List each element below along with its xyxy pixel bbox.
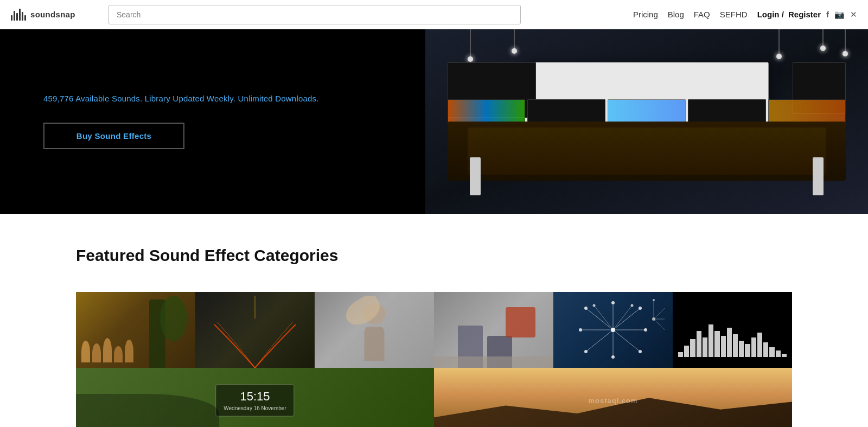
phone-time: 15:15: [224, 390, 286, 404]
svg-line-19: [594, 305, 613, 330]
logo-text: soundsnap: [30, 10, 75, 19]
hero-section: 459,776 Available Sounds. Library Update…: [0, 29, 868, 214]
svg-point-10: [639, 307, 642, 310]
studio-console: [468, 128, 826, 175]
svg-point-16: [584, 307, 588, 310]
category-people[interactable]: People & Crowds: [76, 292, 195, 368]
nav-faq[interactable]: FAQ: [694, 10, 710, 19]
nav-blog[interactable]: Blog: [668, 10, 684, 19]
categories-section: Featured Sound Effect Categories People …: [0, 214, 868, 427]
category-phone[interactable]: 15:15 Wednesday 16 November Phone & Noti…: [76, 368, 434, 427]
svg-line-17: [613, 305, 632, 330]
floor-lamp-left: [470, 157, 481, 195]
svg-line-23: [654, 308, 665, 319]
hero-left: 459,776 Available Sounds. Library Update…: [0, 29, 425, 214]
phone-date: Wednesday 16 November: [224, 405, 286, 411]
svg-line-25: [654, 319, 665, 330]
category-waveform[interactable]: Waveforms: [673, 292, 792, 368]
svg-line-8: [586, 308, 613, 330]
svg-point-9: [611, 301, 615, 304]
svg-point-18: [631, 304, 634, 307]
category-traffic[interactable]: Traffic & Cars: [195, 292, 315, 368]
bar1: [11, 15, 12, 21]
svg-point-20: [593, 304, 596, 307]
register-label[interactable]: Register: [788, 10, 821, 19]
instagram-icon[interactable]: 📷: [834, 10, 845, 20]
traffic-center-line: [254, 296, 256, 318]
search-bar: [108, 5, 521, 24]
login-label[interactable]: Login /: [757, 10, 784, 19]
bar2: [14, 11, 15, 21]
hanging-light-3: [778, 29, 780, 59]
bar5: [22, 12, 23, 21]
buy-sound-effects-button[interactable]: Buy Sound Effects: [43, 123, 184, 149]
logo[interactable]: soundsnap: [11, 9, 98, 21]
categories-grid-row1: People & Crowds Traffic & Cars: [0, 292, 868, 368]
hero-subtitle: 459,776 Available Sounds. Library Update…: [43, 94, 382, 103]
nav-social: f 📷 ✕: [826, 10, 857, 20]
hero-right: [425, 29, 868, 214]
nav-links: Pricing Blog FAQ SEFHD Login / Register: [633, 10, 821, 19]
nav-login-register[interactable]: Login / Register: [757, 10, 821, 19]
category-mountain[interactable]: mostaql.com Mountains & Outdoors: [434, 368, 792, 427]
nav-pricing[interactable]: Pricing: [633, 10, 658, 19]
categories-title: Featured Sound Effect Categories: [0, 246, 868, 265]
hanging-light-5: [845, 29, 846, 56]
svg-line-6: [586, 330, 613, 352]
tree-foliage: [160, 296, 187, 341]
svg-line-4: [613, 330, 640, 352]
bar4: [19, 9, 21, 21]
category-footsteps[interactable]: Footsteps: [434, 292, 553, 368]
svg-point-26: [653, 299, 655, 301]
available-sounds-text: 459,776 Available Sounds. Library Update…: [43, 94, 238, 103]
studio-desk: [448, 122, 846, 181]
unlimited-downloads-text: Unlimited Downloads.: [238, 94, 319, 103]
navbar: soundsnap Pricing Blog FAQ SEFHD Login /…: [0, 0, 868, 29]
svg-point-11: [644, 328, 647, 332]
bar3: [16, 13, 18, 21]
hanging-light-1: [470, 29, 471, 62]
studio-visual: [425, 29, 868, 214]
hanging-light-2: [514, 29, 515, 54]
hanging-light-4: [822, 29, 824, 51]
phone-display-card: 15:15 Wednesday 16 November: [215, 385, 294, 417]
bag-shape: [506, 307, 535, 337]
svg-point-15: [579, 328, 582, 332]
category-wind[interactable]: Wind & Ambience: [315, 292, 434, 368]
floor-lamp-right: [813, 157, 824, 195]
search-input[interactable]: [108, 5, 521, 24]
categories-grid-row2: 15:15 Wednesday 16 November Phone & Noti…: [0, 368, 868, 427]
bar6: [24, 15, 26, 21]
nav-sefhd[interactable]: SEFHD: [720, 10, 748, 19]
logo-icon: [11, 9, 26, 21]
svg-line-2: [613, 308, 640, 330]
facebook-icon[interactable]: f: [826, 10, 829, 19]
category-nature[interactable]: Nature Sounds: [553, 292, 673, 368]
twitter-icon[interactable]: ✕: [850, 10, 857, 20]
